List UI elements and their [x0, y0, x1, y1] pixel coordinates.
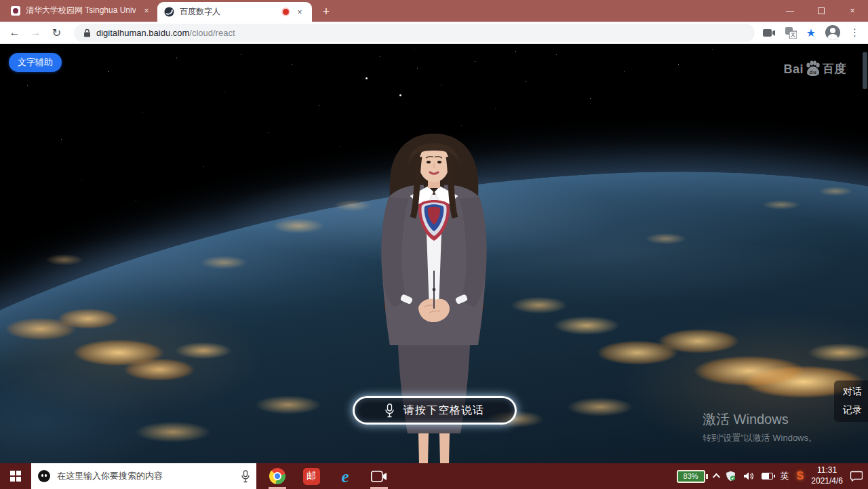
toolbar-right: ★ ⋮ [763, 25, 863, 40]
tab-title: 清华大学校园网 Tsinghua Univ [26, 5, 136, 16]
activate-line1: 激活 Windows [703, 410, 817, 429]
chrome-icon [269, 468, 285, 484]
close-window-button[interactable]: × [837, 0, 868, 21]
start-button[interactable] [0, 463, 31, 489]
search-assistant-icon [38, 470, 50, 482]
bookmark-star-icon[interactable]: ★ [806, 26, 816, 39]
browser-titlebar: 清华大学校园网 Tsinghua Univ × 百度数字人 × + — × [0, 0, 868, 22]
mail-taskbar-button[interactable]: 邮 [301, 463, 321, 489]
url-path: /cloud/react [189, 28, 235, 38]
maximize-button[interactable] [806, 0, 837, 21]
lock-icon [83, 28, 91, 37]
taskbar-search-box[interactable]: 在这里输入你要搜索的内容 [31, 463, 256, 489]
logo-du-text: du [810, 69, 817, 75]
text-assist-button[interactable]: 文字辅助 [9, 53, 62, 72]
close-tab-icon[interactable]: × [294, 7, 305, 18]
ie-taskbar-button[interactable]: e [335, 463, 355, 489]
url-host: digitalhuman.baidu.com [96, 28, 189, 38]
camera-in-use-icon[interactable] [763, 28, 776, 37]
activate-windows-watermark: 激活 Windows 转到“设置”以激活 Windows。 [703, 410, 817, 444]
new-tab-button[interactable]: + [317, 3, 335, 20]
tab-baidu-digital-human[interactable]: 百度数字人 × [157, 2, 312, 22]
pinned-apps: 邮 e [267, 463, 389, 489]
speaker-icon[interactable] [743, 471, 754, 481]
conversation-log-panel-tab: 对话 记录 [834, 380, 868, 422]
translate-icon[interactable] [785, 27, 797, 39]
eye-left [427, 161, 431, 163]
browser-toolbar: ← → ↻ digitalhuman.baidu.com/cloud/react… [0, 22, 868, 44]
search-mic-icon[interactable] [241, 470, 250, 483]
eye-right [437, 161, 441, 163]
reload-icon[interactable]: ↻ [47, 24, 66, 42]
leg-left [418, 433, 429, 463]
leg-right [439, 433, 450, 463]
recording-indicator-icon [283, 9, 289, 15]
video-camera-icon [371, 471, 387, 482]
sogou-input-icon[interactable]: S [797, 470, 804, 482]
baidu-cloud-favicon [164, 7, 174, 17]
search-placeholder: 在这里输入你要搜索的内容 [57, 470, 235, 482]
chrome-taskbar-button[interactable] [267, 463, 288, 489]
tab-title: 百度数字人 [180, 6, 277, 18]
system-tray: 83% 英 S 11:31 2021/4/6 [677, 463, 868, 489]
action-center-icon[interactable] [850, 471, 863, 482]
tsinghua-favicon [11, 6, 20, 16]
close-tab-icon[interactable]: × [141, 5, 152, 16]
tray-overflow-chevron-icon[interactable] [712, 473, 719, 481]
battery-status-icon[interactable] [762, 473, 773, 480]
restore-icon [818, 7, 825, 14]
profile-avatar[interactable] [825, 25, 840, 40]
address-bar[interactable]: digitalhuman.baidu.com/cloud/react [74, 24, 755, 42]
logo-cn-text: 百度 [823, 61, 846, 77]
baidu-watermark-logo: Bai du 百度 [783, 60, 846, 77]
page-scrollbar-thumb[interactable] [863, 52, 867, 89]
logo-bai-text: Bai [783, 62, 804, 77]
browser-menu-icon[interactable]: ⋮ [850, 26, 860, 39]
activate-line2: 转到“设置”以激活 Windows。 [703, 432, 817, 444]
forward-icon[interactable]: → [26, 24, 45, 42]
baidu-paw-icon: du [804, 60, 822, 77]
dialog-tab[interactable]: 对话 [843, 386, 862, 398]
mic-pill-label: 请按下空格说话 [403, 404, 484, 418]
defender-shield-icon[interactable] [726, 471, 736, 482]
window-controls: — × [774, 0, 868, 21]
clock-date: 2021/4/6 [811, 476, 843, 487]
record-tab[interactable]: 记录 [843, 404, 862, 416]
taskbar-clock[interactable]: 11:31 2021/4/6 [811, 465, 843, 486]
mail-icon: 邮 [303, 468, 320, 485]
clock-time: 11:31 [811, 465, 843, 476]
minimize-button[interactable]: — [774, 0, 806, 21]
jacket-button [433, 288, 436, 292]
tab-tsinghua[interactable]: 清华大学校园网 Tsinghua Univ × [5, 0, 157, 21]
microphone-icon [385, 404, 394, 418]
press-space-to-talk-button[interactable]: 请按下空格说话 [353, 396, 517, 425]
back-icon[interactable]: ← [5, 24, 24, 42]
camera-app-taskbar-button[interactable] [369, 463, 389, 489]
internet-explorer-icon: e [341, 468, 349, 485]
battery-percent-widget[interactable]: 83% [677, 470, 705, 483]
ime-language-indicator[interactable]: 英 [781, 470, 789, 482]
windows-logo-icon [10, 471, 21, 482]
page-viewport: 文字辅助 Bai du 百度 请按下空格说话 对话 记录 激活 Windows … [0, 44, 868, 463]
windows-taskbar: 在这里输入你要搜索的内容 邮 e 83% [0, 463, 868, 489]
